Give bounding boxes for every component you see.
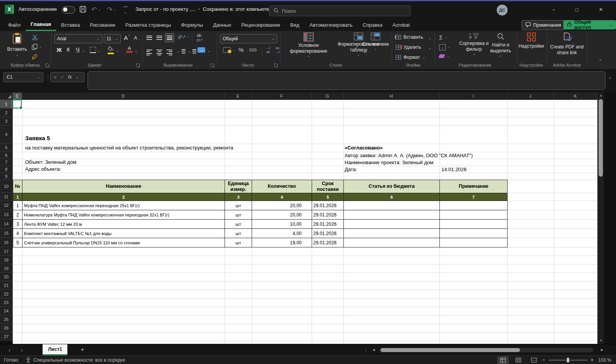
table-row-name[interactable]: Счетчик универсальный Пульсар DN15 110 м… [22, 238, 225, 247]
doc-approved[interactable]: «Согласовано» [345, 145, 383, 151]
row-header-18[interactable]: 18 [0, 256, 13, 264]
row-header-14[interactable]: 14 [0, 219, 13, 228]
table-row-qty[interactable]: 19,00 [252, 238, 312, 247]
table-row-name[interactable]: Номенклатура Муфта ПНД Valfex компрессио… [22, 210, 225, 220]
horizontal-scrollbar[interactable] [379, 348, 593, 352]
align-right-icon[interactable] [166, 48, 172, 57]
table-row-budget[interactable] [344, 210, 440, 220]
minimize-button[interactable]: − [545, 2, 562, 17]
table-row-name[interactable]: Муфта ПНД Valfex компрессионная переходн… [22, 201, 225, 210]
row-header-4[interactable]: 4 [0, 125, 13, 144]
tab-file[interactable]: Файл [3, 19, 26, 31]
row-header-24[interactable]: 24 [0, 307, 13, 315]
zoom-slider-knob[interactable] [567, 358, 569, 362]
accounting-format-icon[interactable]: ⌄ [223, 47, 235, 53]
borders-menu-icon[interactable]: ⌄ [98, 49, 101, 53]
table-row-unit[interactable]: шт [225, 201, 252, 210]
tab-page-layout[interactable]: Разметка страницы [120, 19, 176, 31]
row-header-3[interactable]: 3 [0, 117, 13, 125]
table-row-unit[interactable]: шт [225, 210, 252, 220]
row-header-23[interactable]: 23 [0, 298, 13, 307]
cancel-icon[interactable]: × [54, 74, 57, 80]
doc-date-label[interactable]: Дата: [345, 167, 357, 172]
column-header-F[interactable]: F [252, 93, 312, 100]
zoom-out-icon[interactable]: − [542, 357, 545, 363]
row-header-16[interactable]: 16 [0, 238, 13, 247]
row-header-20[interactable]: 20 [0, 273, 13, 281]
next-sheet-icon[interactable]: › [21, 347, 23, 353]
decrease-decimal-icon[interactable]: .00→0 [275, 46, 280, 54]
table-header-cell[interactable]: Количество [252, 180, 312, 193]
shrink-font-icon[interactable]: А⌄ [134, 34, 141, 41]
namebox-splitter-icon[interactable]: ⋮ [46, 74, 50, 79]
redo-icon[interactable]: ↷⌄ [107, 5, 116, 14]
table-row-name[interactable]: Лента ФУМ Valtec 12 мм 20 м [22, 220, 225, 229]
find-select-button[interactable]: Найти и выделить ⌄ [484, 33, 517, 57]
table-colnum-cell[interactable]: 4 [252, 193, 312, 201]
table-colnum-cell[interactable]: 5 [312, 193, 344, 201]
table-colnum-cell[interactable]: 7 [440, 193, 508, 201]
row-header-2[interactable]: 2 [0, 108, 13, 117]
name-box[interactable]: C1⌄ [3, 72, 43, 82]
undo-icon[interactable]: ↶⌄ [91, 5, 101, 14]
table-header-cell[interactable]: Единица измер. [225, 180, 252, 193]
insert-cells-button[interactable]: Вставить [396, 34, 423, 40]
vertical-scrollbar-thumb[interactable] [599, 99, 603, 177]
merge-menu-icon[interactable]: ⌄ [208, 49, 211, 53]
paste-button[interactable]: Вставить ⌄ [6, 33, 28, 57]
table-row-note[interactable] [440, 210, 508, 220]
table-row-date[interactable]: 29.01.2026 [312, 210, 344, 220]
table-row-unit[interactable]: шт [225, 229, 252, 238]
comma-style-icon[interactable]: 000 [249, 48, 257, 52]
sheet-tab[interactable]: Лист1 [43, 344, 67, 355]
table-row-name[interactable]: Комплект монтажный VALTEC №1 для воды [22, 229, 225, 238]
table-row-qty[interactable]: 20,00 [252, 210, 312, 220]
doc-author[interactable]: Автор заявки: Admin А. А. (Админ, ООО "С… [345, 153, 473, 158]
maximize-button[interactable]: □ [568, 2, 585, 17]
row-header-10[interactable]: 10 [0, 180, 13, 193]
row-header-15[interactable]: 15 [0, 228, 13, 238]
column-header-I[interactable]: I [439, 93, 507, 100]
doc-project[interactable]: Наименование проекта: Зеленый дом [345, 160, 433, 165]
doc-subtitle[interactable]: на поставку материальных ценностей на об… [25, 145, 233, 151]
merge-center-icon[interactable]: ↔ [197, 47, 205, 53]
insert-function-icon[interactable]: fx [68, 74, 72, 80]
close-button[interactable]: × [592, 2, 609, 17]
increase-decimal-icon[interactable]: ←0.00 [266, 46, 270, 54]
increase-indent-icon[interactable]: → [187, 48, 196, 54]
doc-address[interactable]: Адрес объекта: [25, 166, 61, 172]
format-painter-icon[interactable] [32, 53, 38, 61]
doc-title[interactable]: Заявка 5 [25, 135, 50, 141]
table-row-num[interactable]: 1 [13, 201, 22, 210]
quick-access-menu-icon[interactable]: ⌄ [123, 7, 128, 15]
table-row-budget[interactable] [344, 201, 440, 210]
underline-menu-icon[interactable]: ⌄ [82, 49, 85, 53]
align-middle-icon[interactable] [156, 34, 162, 41]
row-header-19[interactable]: 19 [0, 264, 13, 273]
row-header-22[interactable]: 22 [0, 290, 13, 298]
table-row-num[interactable]: 3 [13, 220, 22, 229]
orientation-icon[interactable]: ab↗⌄ [177, 34, 190, 39]
table-row-num[interactable]: 2 [13, 210, 22, 220]
insert-cells-menu-icon[interactable]: ⌄ [428, 36, 431, 40]
table-row-note[interactable] [440, 201, 508, 210]
row-header-12[interactable]: 12 [0, 201, 13, 210]
view-page-break-button[interactable] [528, 356, 540, 364]
tab-acrobat[interactable]: Acrobat [388, 19, 415, 31]
scroll-down-icon[interactable]: ▼ [599, 339, 602, 342]
column-header-D[interactable]: D [22, 93, 225, 100]
tab-draw[interactable]: Рисование [85, 19, 120, 31]
row-header-17[interactable]: 17 [0, 247, 13, 256]
decrease-indent-icon[interactable]: ← [177, 48, 185, 54]
delete-cells-menu-icon[interactable]: ⌄ [428, 46, 431, 50]
table-row-qty[interactable]: 20,00 [252, 201, 312, 210]
table-row-date[interactable]: 29.01.2026 [312, 229, 344, 238]
table-row-budget[interactable] [344, 220, 440, 229]
clipboard-dialog-launcher-icon[interactable] [46, 64, 49, 67]
column-header-K[interactable]: K [554, 93, 597, 100]
align-top-icon[interactable] [146, 34, 152, 41]
column-header-C[interactable]: C [13, 93, 22, 100]
conditional-formatting-button[interactable]: Условное форматирование ⌄ [286, 33, 331, 58]
tab-automate[interactable]: Автоматизировать [304, 19, 358, 31]
view-page-layout-button[interactable] [513, 356, 524, 364]
